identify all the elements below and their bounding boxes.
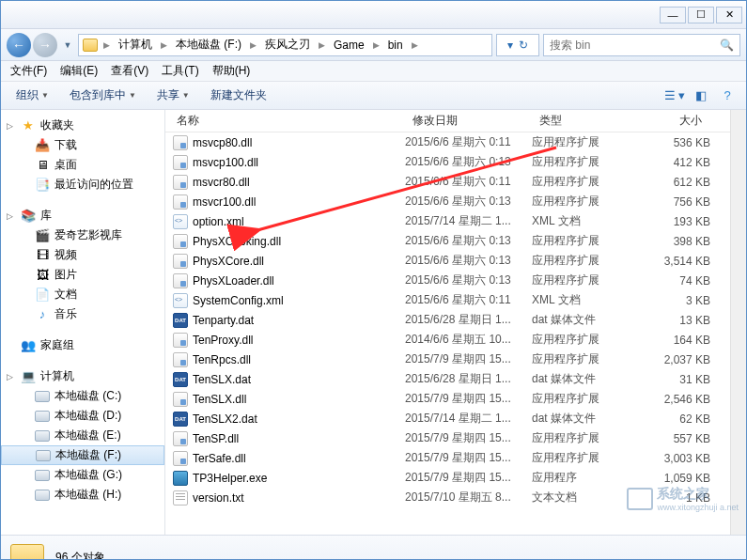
file-row[interactable]: msvcr80.dll2015/6/6 星期六 0:11应用程序扩展612 KB: [165, 172, 730, 192]
include-library-button[interactable]: 包含到库中▼: [62, 85, 144, 106]
share-button[interactable]: 共享▼: [149, 85, 197, 106]
history-dropdown[interactable]: ▼: [61, 40, 74, 50]
search-icon[interactable]: 🔍: [720, 39, 734, 52]
file-type: 应用程序扩展: [532, 253, 645, 269]
file-row[interactable]: PhysXCore.dll2015/6/6 星期六 0:13应用程序扩展3,51…: [165, 251, 730, 271]
menu-help[interactable]: 帮助(H): [207, 61, 257, 81]
sidebar-drive-c[interactable]: 本地磁盘 (C:): [1, 386, 164, 406]
organize-button[interactable]: 组织▼: [8, 85, 56, 106]
file-icon: [173, 155, 188, 170]
file-row[interactable]: PhysXCooking.dll2015/6/6 星期六 0:13应用程序扩展3…: [165, 231, 730, 251]
close-button[interactable]: ✕: [716, 7, 742, 23]
file-icon: [173, 254, 188, 269]
file-row[interactable]: TenSLX.dll2015/7/9 星期四 15...应用程序扩展2,546 …: [165, 389, 730, 409]
chevron-right-icon[interactable]: ▶: [101, 40, 112, 50]
sidebar-libraries[interactable]: ▷📚库: [1, 206, 164, 226]
sidebar-drive-g[interactable]: 本地磁盘 (G:): [1, 465, 164, 485]
sidebar-drive-e[interactable]: 本地磁盘 (E:): [1, 426, 164, 445]
file-icon: [173, 431, 188, 446]
file-size: 2,546 KB: [645, 393, 710, 406]
file-name: msvcr80.dll: [193, 176, 250, 189]
breadcrumb[interactable]: 疾风之刃: [262, 35, 313, 54]
chevron-right-icon[interactable]: ▶: [317, 40, 327, 50]
file-size: 536 KB: [645, 136, 710, 149]
column-date[interactable]: 修改日期: [405, 113, 532, 129]
file-type: 应用程序扩展: [532, 391, 645, 407]
sidebar-item-videos[interactable]: 🎞视频: [1, 245, 164, 265]
file-size: 756 KB: [645, 195, 710, 209]
breadcrumb[interactable]: bin: [385, 37, 406, 54]
search-box[interactable]: 🔍: [543, 34, 740, 56]
menu-file[interactable]: 文件(F): [5, 61, 53, 81]
file-list[interactable]: msvcp80.dll2015/6/6 星期六 0:11应用程序扩展536 KB…: [165, 132, 730, 535]
column-size[interactable]: 大小: [645, 113, 710, 129]
menu-view[interactable]: 查看(V): [105, 61, 154, 81]
file-row[interactable]: PhysXLoader.dll2015/6/6 星期六 0:13应用程序扩展74…: [165, 271, 730, 290]
file-row[interactable]: DATTenparty.dat2015/6/28 星期日 1...dat 媒体文…: [165, 310, 730, 330]
back-button[interactable]: ←: [7, 33, 31, 57]
preview-pane-button[interactable]: ◧: [690, 86, 712, 106]
address-bar[interactable]: ▶ 计算机 ▶ 本地磁盘 (F:) ▶ 疾风之刃 ▶ Game ▶ bin ▶: [78, 34, 492, 56]
breadcrumb[interactable]: Game: [331, 37, 367, 54]
file-size: 612 KB: [645, 176, 710, 189]
help-button[interactable]: ?: [716, 86, 739, 106]
chevron-right-icon[interactable]: ▶: [248, 40, 258, 50]
breadcrumb[interactable]: 计算机: [116, 35, 155, 54]
refresh-button[interactable]: ▾↻: [496, 34, 539, 56]
sidebar-item-desktop[interactable]: 🖥桌面: [1, 155, 164, 175]
file-row[interactable]: option.xml2015/7/14 星期二 1...XML 文档193 KB: [165, 211, 730, 231]
file-row[interactable]: msvcr100.dll2015/6/6 星期六 0:13应用程序扩展756 K…: [165, 192, 730, 211]
sidebar-computer[interactable]: ▷💻计算机: [1, 366, 164, 386]
column-type[interactable]: 类型: [532, 113, 645, 129]
file-name: TenRpcs.dll: [193, 353, 251, 366]
chevron-right-icon[interactable]: ▶: [410, 40, 420, 50]
file-row[interactable]: DATTenSLX.dat2015/6/28 星期日 1...dat 媒体文件3…: [165, 369, 730, 389]
chevron-right-icon[interactable]: ▶: [371, 40, 381, 50]
status-bar: 96 个对象: [1, 535, 746, 560]
file-type: 应用程序扩展: [532, 272, 645, 288]
sidebar-item-music[interactable]: ♪音乐: [1, 304, 164, 324]
sidebar-drive-f[interactable]: 本地磁盘 (F:): [1, 445, 164, 465]
file-row[interactable]: DATTenSLX2.dat2015/7/14 星期二 1...dat 媒体文件…: [165, 409, 730, 428]
file-row[interactable]: msvcp80.dll2015/6/6 星期六 0:11应用程序扩展536 KB: [165, 132, 730, 152]
sidebar-favorites[interactable]: ▷★收藏夹: [1, 116, 164, 135]
chevron-right-icon[interactable]: ▶: [159, 40, 169, 50]
file-row[interactable]: TP3Helper.exe2015/7/9 星期四 15...应用程序1,059…: [165, 468, 730, 488]
vertical-scrollbar[interactable]: [730, 110, 746, 535]
sidebar-drive-d[interactable]: 本地磁盘 (D:): [1, 406, 164, 426]
file-row[interactable]: TerSafe.dll2015/7/9 星期四 15...应用程序扩展3,003…: [165, 448, 730, 468]
file-name: TP3Helper.exe: [193, 472, 267, 485]
file-row[interactable]: version.txt2015/7/10 星期五 8...文本文档1 KB: [165, 488, 730, 507]
sidebar-item-downloads[interactable]: 📥下载: [1, 135, 164, 155]
sidebar-item-iqiyi[interactable]: 🎬爱奇艺影视库: [1, 226, 164, 245]
forward-button[interactable]: →: [33, 33, 57, 57]
column-name[interactable]: 名称: [165, 113, 405, 129]
file-icon: [173, 214, 188, 229]
sidebar-drive-h[interactable]: 本地磁盘 (H:): [1, 485, 164, 505]
file-name: msvcp100.dll: [193, 156, 258, 169]
file-row[interactable]: TenSP.dll2015/7/9 星期四 15...应用程序扩展557 KB: [165, 428, 730, 448]
search-input[interactable]: [550, 39, 714, 52]
file-date: 2015/7/9 星期四 15...: [405, 450, 532, 466]
new-folder-button[interactable]: 新建文件夹: [203, 85, 274, 106]
file-row[interactable]: SystemConfig.xml2015/6/6 星期六 0:11XML 文档3…: [165, 290, 730, 310]
file-row[interactable]: TenProxy.dll2014/6/6 星期五 10...应用程序扩展164 …: [165, 330, 730, 350]
file-row[interactable]: msvcp100.dll2015/6/6 星期六 0:13应用程序扩展412 K…: [165, 152, 730, 172]
sidebar-item-documents[interactable]: 📄文档: [1, 285, 164, 304]
file-name: version.txt: [193, 491, 244, 505]
view-options-button[interactable]: ☰ ▾: [663, 86, 686, 106]
menu-edit[interactable]: 编辑(E): [54, 61, 103, 81]
maximize-button[interactable]: ☐: [688, 7, 714, 23]
sidebar-item-recent[interactable]: 📑最近访问的位置: [1, 175, 164, 194]
sidebar-homegroup[interactable]: 👥家庭组: [1, 335, 164, 355]
file-icon: DAT: [173, 313, 188, 328]
breadcrumb[interactable]: 本地磁盘 (F:): [173, 35, 244, 54]
file-date: 2015/6/6 星期六 0:13: [405, 154, 532, 170]
file-name: option.xml: [193, 215, 244, 228]
minimize-button[interactable]: —: [660, 7, 686, 23]
sidebar-item-pictures[interactable]: 🖼图片: [1, 265, 164, 285]
file-list-pane: 名称 修改日期 类型 大小 msvcp80.dll2015/6/6 星期六 0:…: [165, 110, 730, 535]
menu-tools[interactable]: 工具(T): [156, 61, 204, 81]
file-row[interactable]: TenRpcs.dll2015/7/9 星期四 15...应用程序扩展2,037…: [165, 350, 730, 369]
file-name: PhysXCooking.dll: [193, 235, 281, 248]
